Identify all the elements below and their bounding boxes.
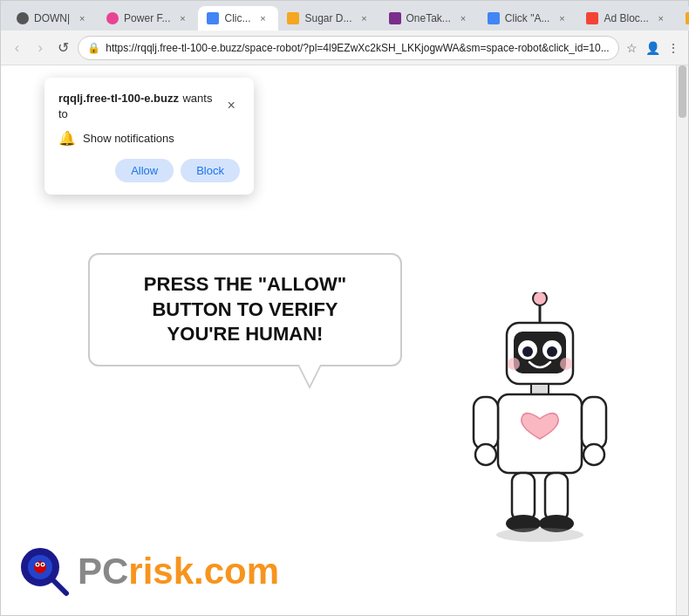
svg-rect-16 [512,473,535,521]
account-button[interactable]: 👤 [645,38,660,58]
svg-point-14 [475,444,496,465]
scrollbar-thumb[interactable] [679,65,686,118]
notification-header: rqqlj.free-tl-100-e.buzz wants to × [58,90,240,121]
tab-bar: DOWN| × Power F... × Clic... × Sugar D..… [8,1,689,31]
tab-3-icon [207,12,219,24]
tab-3[interactable]: Clic... × [198,6,278,31]
tab-8[interactable]: mysexy... × [677,6,689,31]
tab-3-label: Clic... [224,12,250,24]
tab-4-icon [287,12,299,24]
robot-illustration [461,292,618,537]
pcrisk-icon [18,545,71,598]
svg-point-7 [547,346,557,357]
url-text: https://rqqlj.free-tl-100-e.buzz/space-r… [106,42,610,54]
tab-4[interactable]: Sugar D... × [278,6,379,31]
tab-7[interactable]: Ad Bloc... × [577,6,676,31]
pcrisk-brand-text: PCrisk.com [78,553,279,590]
tab-4-close[interactable]: × [358,11,372,25]
title-bar: DOWN| × Power F... × Clic... × Sugar D..… [1,1,688,31]
tab-7-close[interactable]: × [654,11,668,25]
notification-buttons: Allow Block [58,159,240,182]
tab-4-label: Sugar D... [304,12,351,24]
tab-6-close[interactable]: × [555,11,569,25]
bubble-text: PRESS THE "ALLOW" BUTTON TO VERIFY YOU'R… [116,272,374,347]
tab-2-close[interactable]: × [175,11,189,25]
forward-button[interactable]: › [31,36,50,60]
notification-close-button[interactable]: × [222,97,240,114]
block-button[interactable]: Block [181,159,240,182]
menu-button[interactable]: ⋮ [665,38,681,58]
tab-7-label: Ad Bloc... [604,12,648,24]
notification-show-text: Show notifications [83,132,174,145]
tab-3-close[interactable]: × [256,11,269,25]
svg-point-27 [42,564,44,565]
notification-body: 🔔 Show notifications [58,130,240,147]
tab-1-icon [17,12,29,24]
notification-site: rqqlj.free-tl-100-e.buzz [58,92,179,105]
svg-rect-17 [545,473,568,521]
svg-point-20 [496,528,583,542]
address-bar: ‹ › ↺ 🔒 https://rqqlj.free-tl-100-e.buzz… [1,31,688,65]
tab-2-label: Power F... [124,12,170,24]
tab-5-label: OneTak... [406,12,451,24]
notification-popup: rqqlj.free-tl-100-e.buzz wants to × 🔔 Sh… [44,78,254,195]
svg-point-26 [37,564,38,565]
svg-point-9 [560,358,572,370]
tab-1[interactable]: DOWN| × [8,6,98,31]
tab-1-label: DOWN| [34,12,70,24]
svg-rect-12 [474,397,498,449]
tab-5-icon [389,12,401,24]
svg-point-8 [508,358,520,370]
tab-2[interactable]: Power F... × [98,6,198,31]
tab-5-close[interactable]: × [456,11,470,25]
svg-point-23 [34,561,46,573]
svg-rect-10 [531,384,549,394]
tab-8-icon [686,12,689,24]
tab-6-label: Click "A... [505,12,550,24]
url-bar[interactable]: 🔒 https://rqqlj.free-tl-100-e.buzz/space… [78,36,619,60]
bell-icon: 🔔 [58,130,76,147]
svg-point-15 [583,444,604,465]
notification-title: rqqlj.free-tl-100-e.buzz wants to [58,90,222,121]
tab-1-close[interactable]: × [75,11,89,25]
tab-2-icon [106,12,119,24]
browser-frame: DOWN| × Power F... × Clic... × Sugar D..… [0,0,689,616]
svg-line-28 [53,580,66,593]
bookmark-button[interactable]: ☆ [624,38,640,58]
reload-button[interactable]: ↺ [54,36,72,60]
svg-point-1 [533,292,547,305]
security-icon: 🔒 [87,42,100,54]
tab-6[interactable]: Click "A... × [479,6,578,31]
risk-text: risk.com [128,551,279,592]
allow-button[interactable]: Allow [115,159,174,182]
svg-rect-13 [582,397,606,449]
tab-7-icon [586,12,598,24]
tab-6-icon [488,12,500,24]
pcrisk-logo: PCrisk.com [18,545,279,598]
page-content: rqqlj.free-tl-100-e.buzz wants to × 🔔 Sh… [1,65,688,615]
back-button[interactable]: ‹ [8,36,26,60]
tab-5[interactable]: OneTak... × [380,6,479,31]
scrollbar[interactable] [676,65,688,615]
svg-point-6 [522,346,533,357]
speech-bubble: PRESS THE "ALLOW" BUTTON TO VERIFY YOU'R… [88,253,402,366]
pc-text: PC [78,551,128,592]
